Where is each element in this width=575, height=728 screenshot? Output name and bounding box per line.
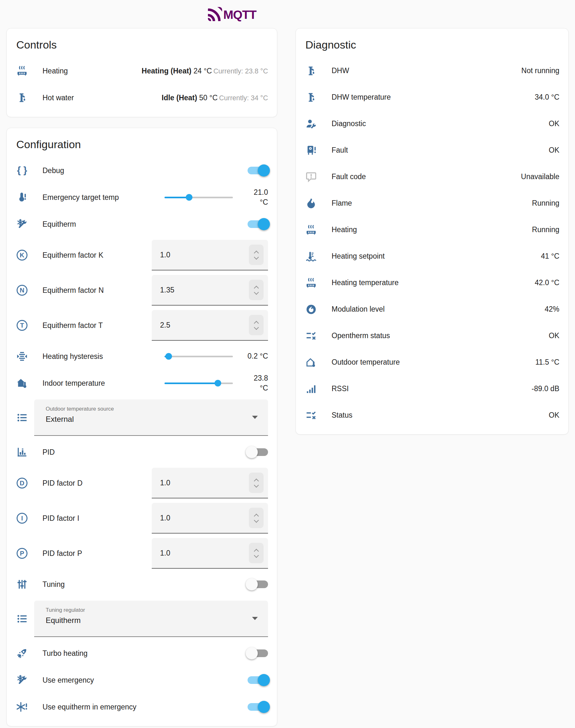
- diag-row-diagnostic[interactable]: Diagnostic OK: [296, 110, 568, 137]
- equitherm-factor-t-input[interactable]: 2.5: [152, 310, 268, 341]
- diag-row-flame[interactable]: Flame Running: [296, 190, 568, 217]
- diag-label: DHW: [332, 66, 349, 75]
- diag-value: Unavailable: [521, 173, 560, 181]
- equitherm-toggle[interactable]: [247, 220, 268, 228]
- diag-label: Heating setpoint: [332, 252, 384, 260]
- slider-track[interactable]: [165, 356, 233, 357]
- control-row-heating[interactable]: Heating Heating (Heat) 24 °C Currently: …: [7, 58, 277, 84]
- stepper-down-icon[interactable]: [253, 290, 259, 295]
- toggle-thumb[interactable]: [246, 578, 258, 590]
- stepper-buttons[interactable]: [249, 280, 264, 300]
- diag-value: 42.0 °C: [535, 279, 560, 287]
- slider-value: 21.0°C: [235, 187, 268, 207]
- stepper-buttons[interactable]: [249, 245, 264, 265]
- mqtt-logo: MQTT: [207, 6, 262, 22]
- tuning-regulator-select[interactable]: Tuning regulator Equitherm: [34, 600, 268, 637]
- config-label: Heating hysteresis: [42, 352, 103, 361]
- water-boiler-alert-icon: [305, 145, 317, 156]
- diag-label: Status: [332, 411, 352, 420]
- diag-row-dhw-temperature[interactable]: DHW temperature 34.0 °C: [296, 84, 568, 110]
- diag-row-outdoor-temperature[interactable]: Outdoor temperature 11.5 °C: [296, 349, 568, 375]
- circle-fire-icon: [305, 304, 317, 315]
- stepper-down-icon[interactable]: [253, 255, 259, 260]
- diag-row-opentherm-status[interactable]: Opentherm status OK: [296, 323, 568, 349]
- select-label: Tuning regulator: [46, 607, 246, 613]
- config-label: Tuning: [42, 580, 65, 589]
- diag-row-dhw[interactable]: DHW Not running: [296, 58, 568, 84]
- config-label: Indoor temperature: [42, 379, 105, 388]
- slider-fill: [165, 197, 189, 198]
- diag-label: RSSI: [332, 385, 349, 393]
- chart-histogram-icon: [15, 446, 28, 458]
- slider-value: 23.8°C: [235, 373, 268, 393]
- diag-label: Heating temperature: [332, 279, 399, 287]
- heating-hysteresis-slider[interactable]: [165, 356, 233, 357]
- letter-p-circle-icon: P: [15, 548, 28, 559]
- letter-i-circle-icon: I: [15, 513, 28, 524]
- toggle-thumb[interactable]: [246, 446, 258, 458]
- equitherm-factor-k-input[interactable]: 1.0: [152, 240, 268, 270]
- dropdown-arrow-icon: [252, 617, 258, 620]
- dropdown-arrow-icon: [252, 416, 258, 419]
- stepper-down-icon[interactable]: [253, 553, 259, 558]
- config-row-tuning-regulator: Tuning regulator Equitherm: [7, 598, 277, 640]
- controls-card-title: Controls: [7, 28, 277, 58]
- diag-row-heating-temperature[interactable]: Heating temperature 42.0 °C: [296, 269, 568, 296]
- turbo-heating-toggle[interactable]: [247, 650, 268, 657]
- config-label: PID factor I: [42, 514, 79, 523]
- select-label: Outdoor temperature source: [46, 406, 246, 412]
- config-label: PID factor P: [42, 549, 82, 558]
- slider-knob[interactable]: [186, 194, 193, 201]
- pid-factor-p-input[interactable]: 1.0: [152, 538, 268, 569]
- select-value: Equitherm: [46, 616, 246, 625]
- select-value: External: [46, 415, 246, 424]
- slider-knob[interactable]: [165, 353, 172, 360]
- stepper-buttons[interactable]: [249, 543, 264, 563]
- hysteresis-icon: [15, 351, 28, 362]
- stepper-down-icon[interactable]: [253, 325, 259, 330]
- use-equitherm-in-emergency-toggle[interactable]: [247, 703, 268, 711]
- diag-row-heating[interactable]: Heating Running: [296, 217, 568, 243]
- toggle-thumb[interactable]: [258, 701, 270, 713]
- list-bulleted-icon: [15, 613, 28, 624]
- stepper-down-icon[interactable]: [253, 483, 259, 488]
- pid-factor-i-input[interactable]: 1.0: [152, 503, 268, 534]
- toggle-thumb[interactable]: [258, 218, 270, 230]
- snowflake-alert-icon: [15, 701, 28, 713]
- pid-toggle[interactable]: [247, 448, 268, 456]
- debug-toggle[interactable]: [247, 167, 268, 174]
- diag-value: Running: [532, 199, 560, 208]
- stepper-buttons[interactable]: [249, 508, 264, 528]
- snowflake-wrench-icon: [15, 218, 28, 230]
- control-row-hot-water[interactable]: Hot water Idle (Heat) 50 °C Currently: 3…: [7, 84, 277, 111]
- toggle-thumb[interactable]: [258, 674, 270, 686]
- tuning-toggle[interactable]: [247, 581, 268, 588]
- diag-row-fault-code[interactable]: Fault code Unavailable: [296, 163, 568, 190]
- diag-row-heating-setpoint[interactable]: Heating setpoint 41 °C: [296, 243, 568, 269]
- equitherm-factor-n-input[interactable]: 1.35: [152, 275, 268, 305]
- stepper-buttons[interactable]: [249, 473, 264, 493]
- diag-row-modulation-level[interactable]: Modulation level 42%: [296, 296, 568, 323]
- use-emergency-toggle[interactable]: [247, 676, 268, 684]
- diag-value: Running: [532, 225, 560, 234]
- water-tap-icon: [305, 65, 317, 77]
- pid-factor-d-input[interactable]: 1.0: [152, 468, 268, 499]
- toggle-thumb[interactable]: [246, 647, 258, 659]
- emergency-target-temp-slider[interactable]: [165, 197, 233, 198]
- number-value: 2.5: [160, 321, 170, 329]
- slider-knob[interactable]: [214, 380, 221, 387]
- diag-value: OK: [549, 146, 560, 154]
- toggle-thumb[interactable]: [258, 165, 270, 177]
- diag-row-fault[interactable]: Fault OK: [296, 137, 568, 163]
- diag-label: Fault: [332, 146, 348, 154]
- diag-label: Outdoor temperature: [332, 358, 400, 367]
- water-tap-icon: [15, 92, 28, 104]
- diag-row-status[interactable]: Status OK: [296, 402, 568, 429]
- indoor-temperature-slider[interactable]: [165, 383, 233, 384]
- diag-row-rssi[interactable]: RSSI -89.0 dB: [296, 375, 568, 402]
- stepper-down-icon[interactable]: [253, 518, 259, 523]
- config-label: Equitherm factor T: [42, 321, 103, 330]
- stepper-buttons[interactable]: [249, 315, 264, 335]
- outdoor-temperature-source-select[interactable]: Outdoor temperature source External: [34, 399, 268, 436]
- diag-value: OK: [549, 331, 560, 340]
